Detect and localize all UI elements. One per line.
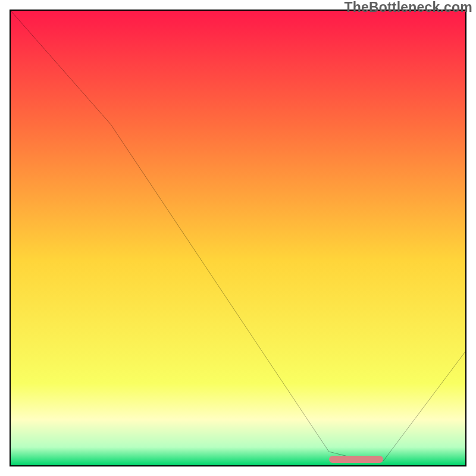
bottleneck-curve xyxy=(11,11,465,465)
optimal-range-marker xyxy=(329,456,384,463)
chart-frame xyxy=(10,10,466,466)
watermark-text: TheBottleneck.com xyxy=(344,0,472,15)
